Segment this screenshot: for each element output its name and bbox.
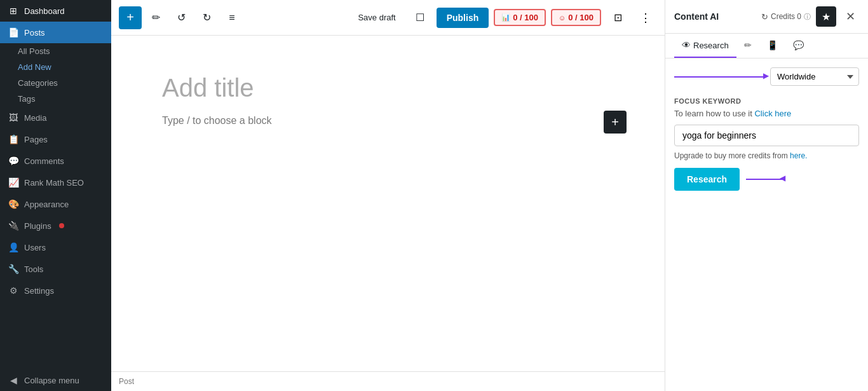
users-icon: 👤 bbox=[8, 242, 19, 253]
research-arrow-annotation bbox=[746, 179, 784, 180]
chat-tab-icon: 💬 bbox=[793, 40, 804, 50]
posts-icon: 📄 bbox=[8, 27, 19, 38]
appearance-icon: 🎨 bbox=[8, 198, 19, 210]
sidebar-item-posts[interactable]: 📄 Posts bbox=[0, 22, 111, 43]
pencil-icon: ✏ bbox=[152, 11, 160, 24]
layout-button[interactable]: ⊡ bbox=[606, 6, 629, 29]
sidebar-item-tags[interactable]: Tags bbox=[0, 91, 111, 107]
toolbar-right: Save draft ☐ Publish 📊 0 / 100 ☺ 0 / 100… bbox=[350, 6, 657, 29]
settings-icon: ⚙ bbox=[8, 285, 19, 296]
plugins-icon: 🔌 bbox=[8, 220, 19, 231]
sidebar-item-plugins[interactable]: 🔌 Plugins bbox=[0, 215, 111, 237]
sidebar-item-all-posts[interactable]: All Posts bbox=[0, 43, 111, 59]
sidebar-item-collapse[interactable]: ◀ Collapse menu bbox=[0, 369, 111, 391]
sidebar-item-appearance[interactable]: 🎨 Appearance bbox=[0, 193, 111, 215]
close-icon: ✕ bbox=[846, 10, 855, 24]
country-dropdown[interactable]: Worldwide United States United Kingdom C… bbox=[770, 67, 859, 86]
info-icon: ⓘ bbox=[804, 12, 811, 22]
star-button[interactable]: ★ bbox=[816, 6, 836, 27]
focus-keyword-label: FOCUS KEYWORD bbox=[674, 97, 859, 105]
undo-button[interactable]: ↺ bbox=[170, 6, 193, 29]
readability-score-button[interactable]: ☺ 0 / 100 bbox=[551, 9, 601, 26]
sidebar-item-comments[interactable]: 💬 Comments bbox=[0, 150, 111, 172]
right-panel: Content AI ↻ Credits 0 ⓘ ★ ✕ 👁 Research … bbox=[665, 0, 868, 391]
sidebar-item-users[interactable]: 👤 Users bbox=[0, 237, 111, 258]
research-button[interactable]: Research bbox=[674, 168, 740, 191]
close-panel-button[interactable]: ✕ bbox=[841, 8, 859, 25]
sidebar: ⊞ Dashboard 📄 Posts All Posts Add New Ca… bbox=[0, 0, 111, 391]
panel-tabs: 👁 Research ✏ 📱 💬 bbox=[665, 34, 868, 58]
focus-keyword-input[interactable] bbox=[674, 125, 859, 146]
undo-icon: ↺ bbox=[177, 11, 186, 24]
add-block-button[interactable]: + bbox=[119, 6, 142, 29]
readability-score-icon: ☺ bbox=[559, 14, 566, 22]
edit-tab-icon: ✏ bbox=[744, 40, 752, 50]
tab-mobile[interactable]: 📱 bbox=[759, 34, 785, 58]
credits-badge: ↻ Credits 0 ⓘ bbox=[761, 12, 811, 22]
redo-button[interactable]: ↻ bbox=[195, 6, 218, 29]
click-here-link[interactable]: Click here bbox=[754, 109, 791, 118]
sidebar-item-settings[interactable]: ⚙ Settings bbox=[0, 280, 111, 301]
upgrade-link[interactable]: here. bbox=[790, 151, 807, 160]
preview-button[interactable]: ☐ bbox=[409, 6, 431, 29]
focus-keyword-description: To learn how to use it Click here bbox=[674, 109, 859, 118]
toolbar-left: + ✏ ↺ ↻ ≡ bbox=[119, 6, 243, 29]
main-content: + ✏ ↺ ↻ ≡ Save draft ☐ Publish 📊 0 / 100 bbox=[111, 0, 665, 391]
more-icon: ⋮ bbox=[640, 11, 651, 25]
pages-icon: 📋 bbox=[8, 134, 19, 145]
more-options-button[interactable]: ⋮ bbox=[634, 6, 657, 29]
tab-chat[interactable]: 💬 bbox=[785, 34, 811, 58]
toolbar: + ✏ ↺ ↻ ≡ Save draft ☐ Publish 📊 0 / 100 bbox=[111, 0, 665, 36]
rankmath-icon: 📈 bbox=[8, 177, 19, 188]
sidebar-item-add-new[interactable]: Add New bbox=[0, 59, 111, 75]
list-view-button[interactable]: ≡ bbox=[220, 6, 243, 29]
dashboard-icon: ⊞ bbox=[8, 5, 19, 17]
editor-body[interactable]: Type / to choose a block bbox=[162, 115, 614, 127]
editor-footer: Post bbox=[111, 371, 665, 391]
sidebar-item-tools[interactable]: 🔧 Tools bbox=[0, 258, 111, 280]
tab-research[interactable]: 👁 Research bbox=[674, 34, 736, 58]
sidebar-item-rankmath[interactable]: 📈 Rank Math SEO bbox=[0, 172, 111, 193]
upgrade-text: Upgrade to buy more credits from here. bbox=[674, 151, 859, 160]
sidebar-item-media[interactable]: 🖼 Media bbox=[0, 107, 111, 128]
media-icon: 🖼 bbox=[8, 112, 19, 123]
research-tab-icon: 👁 bbox=[682, 40, 691, 50]
sidebar-item-categories[interactable]: Categories bbox=[0, 75, 111, 91]
research-row: Research bbox=[665, 168, 868, 200]
publish-button[interactable]: Publish bbox=[437, 8, 489, 28]
collapse-icon: ◀ bbox=[8, 374, 19, 386]
focus-keyword-section: FOCUS KEYWORD To learn how to use it Cli… bbox=[665, 88, 868, 168]
arrow-annotation-line bbox=[674, 76, 765, 78]
layout-icon: ⊡ bbox=[614, 11, 622, 24]
edit-mode-button[interactable]: ✏ bbox=[144, 6, 167, 29]
floating-add-block-button[interactable]: + bbox=[604, 111, 627, 134]
refresh-icon[interactable]: ↻ bbox=[761, 12, 768, 22]
preview-icon: ☐ bbox=[416, 11, 424, 24]
list-icon: ≡ bbox=[229, 12, 234, 24]
save-draft-button[interactable]: Save draft bbox=[350, 8, 403, 27]
comments-icon: 💬 bbox=[8, 155, 19, 167]
mobile-tab-icon: 📱 bbox=[767, 40, 778, 50]
editor-title[interactable]: Add title bbox=[162, 74, 614, 102]
star-icon: ★ bbox=[822, 11, 831, 23]
sidebar-item-pages[interactable]: 📋 Pages bbox=[0, 128, 111, 150]
seo-score-icon: 📊 bbox=[501, 13, 510, 22]
tools-icon: 🔧 bbox=[8, 263, 19, 275]
panel-title: Content AI bbox=[674, 11, 756, 22]
tab-edit[interactable]: ✏ bbox=[736, 34, 759, 58]
seo-score-button[interactable]: 📊 0 / 100 bbox=[494, 9, 546, 26]
dropdown-row: Worldwide United States United Kingdom C… bbox=[665, 58, 868, 88]
sidebar-item-dashboard[interactable]: ⊞ Dashboard bbox=[0, 0, 111, 22]
plugins-notification-dot bbox=[59, 223, 64, 228]
editor-area: Add title Type / to choose a block + bbox=[111, 36, 665, 371]
research-arrow-line bbox=[746, 179, 784, 180]
panel-header: Content AI ↻ Credits 0 ⓘ ★ ✕ bbox=[665, 0, 868, 34]
redo-icon: ↻ bbox=[203, 11, 211, 24]
